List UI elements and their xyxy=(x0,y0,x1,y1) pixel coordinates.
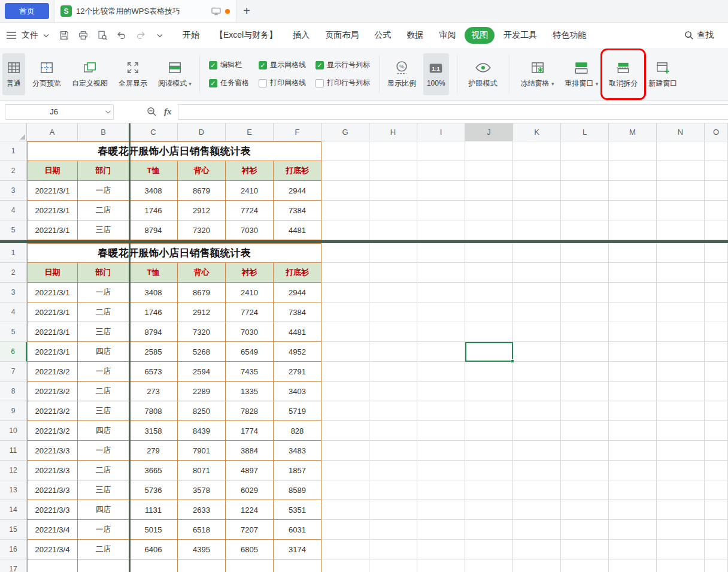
cell[interactable] xyxy=(705,342,728,362)
table-cell[interactable]: 5736 xyxy=(129,480,178,500)
table-cell[interactable]: 二店 xyxy=(78,461,129,480)
table-cell[interactable]: 2912 xyxy=(178,201,226,220)
table-cell[interactable]: 8439 xyxy=(178,421,226,441)
row-header-6[interactable]: 6 xyxy=(0,342,27,362)
table-header-cell[interactable]: 日期 xyxy=(27,161,78,181)
cell[interactable] xyxy=(417,322,465,342)
cell[interactable] xyxy=(513,421,561,441)
cell[interactable] xyxy=(369,540,417,559)
cell[interactable] xyxy=(657,201,705,220)
table-cell[interactable]: 6805 xyxy=(226,540,274,559)
horizontal-split-bar[interactable] xyxy=(0,240,728,243)
ribbon-eye-protection-button[interactable]: 护眼模式 xyxy=(465,53,501,95)
column-header-A[interactable]: A xyxy=(27,123,78,141)
cell[interactable] xyxy=(513,201,561,220)
column-header-E[interactable]: E xyxy=(226,123,274,141)
cell[interactable] xyxy=(609,382,657,401)
cell[interactable] xyxy=(321,520,369,540)
column-header-N[interactable]: N xyxy=(657,123,705,141)
cell[interactable] xyxy=(657,461,705,480)
menu-tab-start[interactable]: 开始 xyxy=(176,27,206,44)
cell[interactable] xyxy=(609,480,657,500)
cell[interactable] xyxy=(513,401,561,421)
cell[interactable] xyxy=(465,480,513,500)
monitor-icon[interactable] xyxy=(211,7,221,16)
view-mode-reading-mode-button[interactable]: 阅读模式 ▾ xyxy=(154,53,195,95)
row-header-8[interactable]: 8 xyxy=(0,382,27,401)
cell[interactable] xyxy=(513,441,561,461)
cell[interactable] xyxy=(609,500,657,520)
table-cell[interactable]: 20221/3/4 xyxy=(27,520,78,540)
table-cell[interactable]: 20221/3/2 xyxy=(27,362,78,382)
cell[interactable] xyxy=(705,302,728,322)
table-cell[interactable]: 7808 xyxy=(129,401,178,421)
table-cell[interactable]: 3174 xyxy=(274,540,321,559)
cell[interactable] xyxy=(369,201,417,220)
table-cell[interactable]: 1746 xyxy=(129,302,178,322)
cell[interactable] xyxy=(705,283,728,302)
ribbon-zoom-scale-button[interactable]: %显示比例 xyxy=(384,53,420,95)
row-header-15[interactable]: 15 xyxy=(0,520,27,540)
table-header-cell[interactable]: 背心 xyxy=(178,161,226,181)
cell[interactable] xyxy=(465,181,513,201)
table-cell[interactable]: 2594 xyxy=(178,362,226,382)
print-button[interactable] xyxy=(77,29,90,42)
select-all-corner[interactable] xyxy=(0,123,27,141)
table-cell[interactable]: 8071 xyxy=(178,461,226,480)
cell[interactable] xyxy=(321,220,369,240)
table-cell[interactable]: 3884 xyxy=(226,441,274,461)
cell[interactable] xyxy=(321,322,369,342)
hamburger-menu-icon[interactable] xyxy=(6,31,17,40)
cell[interactable] xyxy=(465,243,513,263)
cell[interactable] xyxy=(513,302,561,322)
table-cell[interactable]: 四店 xyxy=(78,421,129,441)
row-header-4[interactable]: 4 xyxy=(0,302,27,322)
cell[interactable] xyxy=(369,243,417,263)
table-cell[interactable]: 7030 xyxy=(226,220,274,240)
ribbon-new-window-button[interactable]: 新建窗口 xyxy=(645,53,681,95)
cell[interactable] xyxy=(321,461,369,480)
table-cell[interactable] xyxy=(226,559,274,572)
save-button[interactable] xyxy=(57,29,71,42)
table-cell[interactable]: 8679 xyxy=(178,283,226,302)
row-header-3[interactable]: 3 xyxy=(0,181,27,201)
row-header-16[interactable]: 16 xyxy=(0,540,27,559)
table-cell[interactable]: 7724 xyxy=(226,302,274,322)
cell[interactable] xyxy=(465,322,513,342)
table-cell[interactable] xyxy=(178,559,226,572)
menu-tab-data[interactable]: 数据 xyxy=(400,27,430,44)
cell[interactable] xyxy=(321,181,369,201)
vertical-split-bar[interactable] xyxy=(129,123,131,572)
row-header-7[interactable]: 7 xyxy=(0,362,27,382)
cell[interactable] xyxy=(561,302,609,322)
column-header-C[interactable]: C xyxy=(129,123,178,141)
column-header-I[interactable]: I xyxy=(417,123,465,141)
menu-tab-review[interactable]: 审阅 xyxy=(432,27,462,44)
cell[interactable] xyxy=(513,500,561,520)
table-cell[interactable]: 一店 xyxy=(78,283,129,302)
cell[interactable] xyxy=(369,322,417,342)
cell[interactable] xyxy=(609,220,657,240)
table-header-cell[interactable]: T恤 xyxy=(129,263,178,283)
cell[interactable] xyxy=(465,540,513,559)
file-menu-dropdown-icon[interactable] xyxy=(43,34,49,38)
cell[interactable] xyxy=(513,559,561,572)
table-cell[interactable]: 一店 xyxy=(78,181,129,201)
cell[interactable] xyxy=(561,421,609,441)
cell[interactable] xyxy=(369,161,417,181)
column-header-D[interactable]: D xyxy=(178,123,226,141)
table-cell[interactable]: 279 xyxy=(129,441,178,461)
checkbox-print-headings[interactable]: 打印行号列标 xyxy=(316,78,370,88)
cell[interactable] xyxy=(513,141,561,161)
table-header-cell[interactable]: 衬衫 xyxy=(226,161,274,181)
table-cell[interactable]: 5351 xyxy=(274,500,321,520)
column-header-K[interactable]: K xyxy=(513,123,561,141)
view-mode-page-break-preview-button[interactable]: 分页预览 xyxy=(29,53,65,95)
cell[interactable] xyxy=(705,540,728,559)
cell[interactable] xyxy=(561,283,609,302)
table-header-cell[interactable]: 打底衫 xyxy=(274,263,321,283)
table-cell[interactable]: 1335 xyxy=(226,382,274,401)
cell[interactable] xyxy=(705,362,728,382)
table-title-cell[interactable]: 春暖花开服饰小店日销售额统计表 xyxy=(27,243,321,263)
cell[interactable] xyxy=(705,181,728,201)
